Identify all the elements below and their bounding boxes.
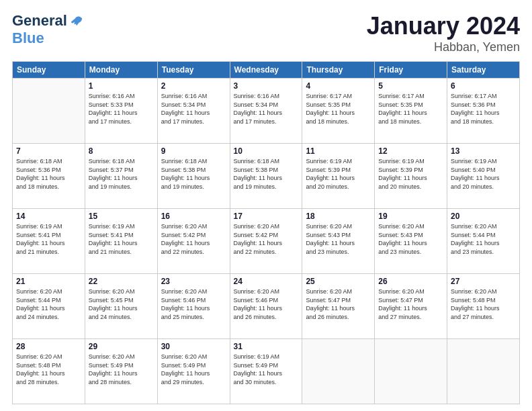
table-row: 22Sunrise: 6:20 AMSunset: 5:45 PMDayligh… (85, 274, 157, 339)
day-number: 11 (306, 146, 371, 156)
day-number: 16 (161, 212, 226, 221)
table-row: 18Sunrise: 6:20 AMSunset: 5:43 PMDayligh… (302, 209, 375, 274)
day-info-line: Sunrise: 6:18 AM (89, 157, 154, 166)
day-info-line: and 30 minutes. (234, 378, 299, 387)
day-info-line: Sunrise: 6:19 AM (16, 222, 81, 231)
day-info-line: and 19 minutes. (234, 183, 299, 191)
table-row: 3Sunrise: 6:16 AMSunset: 5:34 PMDaylight… (230, 79, 302, 144)
day-info-line: Sunrise: 6:20 AM (16, 353, 81, 361)
day-info-line: Sunrise: 6:20 AM (451, 287, 516, 296)
day-info-line: Daylight: 11 hours (234, 304, 299, 313)
day-info-line: Sunrise: 6:20 AM (89, 353, 154, 361)
col-thursday: Thursday (302, 62, 375, 79)
table-row: 19Sunrise: 6:20 AMSunset: 5:43 PMDayligh… (375, 209, 447, 274)
day-number: 25 (306, 277, 371, 286)
day-number: 3 (234, 81, 299, 91)
table-row: 31Sunrise: 6:19 AMSunset: 5:49 PMDayligh… (230, 339, 302, 404)
calendar-week-4: 21Sunrise: 6:20 AMSunset: 5:44 PMDayligh… (13, 274, 520, 339)
calendar-header-row: Sunday Monday Tuesday Wednesday Thursday… (13, 62, 520, 79)
day-info-line: Sunrise: 6:16 AM (161, 92, 226, 101)
day-info-line: Sunset: 5:47 PM (378, 296, 443, 305)
day-number: 9 (161, 146, 226, 156)
table-row: 8Sunrise: 6:18 AMSunset: 5:37 PMDaylight… (85, 144, 157, 209)
day-number: 31 (234, 342, 299, 351)
calendar-week-5: 28Sunrise: 6:20 AMSunset: 5:48 PMDayligh… (13, 339, 520, 404)
day-info-line: and 24 minutes. (16, 313, 81, 322)
day-info-line: Sunrise: 6:20 AM (378, 222, 443, 231)
day-info-line: Sunrise: 6:16 AM (234, 92, 299, 101)
day-info-line: Sunrise: 6:16 AM (89, 92, 154, 101)
day-info-line: Sunrise: 6:17 AM (306, 92, 371, 101)
day-info-line: Daylight: 11 hours (89, 109, 154, 118)
day-info-line: Sunrise: 6:17 AM (378, 92, 443, 101)
day-info-line: and 19 minutes. (161, 183, 226, 191)
table-row: 5Sunrise: 6:17 AMSunset: 5:35 PMDaylight… (375, 79, 447, 144)
col-saturday: Saturday (447, 62, 520, 79)
day-info-line: Sunset: 5:44 PM (16, 296, 81, 305)
table-row: 10Sunrise: 6:18 AMSunset: 5:38 PMDayligh… (230, 144, 302, 209)
day-info-line: Daylight: 11 hours (234, 174, 299, 183)
day-info-line: Sunrise: 6:19 AM (306, 157, 371, 166)
day-info-line: Daylight: 11 hours (378, 174, 443, 183)
day-info-line: Daylight: 11 hours (234, 369, 299, 378)
day-info-line: and 26 minutes. (306, 313, 371, 322)
day-info-line: Sunrise: 6:20 AM (161, 222, 226, 231)
day-info-line: Daylight: 11 hours (16, 304, 81, 313)
table-row: 25Sunrise: 6:20 AMSunset: 5:47 PMDayligh… (302, 274, 375, 339)
day-info-line: and 17 minutes. (161, 118, 226, 126)
day-info-line: Sunrise: 6:20 AM (451, 222, 516, 231)
day-info-line: Sunrise: 6:20 AM (89, 287, 154, 296)
day-info-line: and 19 minutes. (89, 183, 154, 191)
day-info-line: and 20 minutes. (378, 183, 443, 191)
day-number: 20 (451, 212, 516, 221)
day-info-line: Sunset: 5:41 PM (89, 231, 154, 240)
day-info-line: Sunset: 5:38 PM (234, 166, 299, 175)
day-info-line: Sunrise: 6:20 AM (234, 222, 299, 231)
day-info-line: and 20 minutes. (451, 183, 516, 191)
day-info-line: Sunset: 5:40 PM (451, 166, 516, 175)
day-info-line: Sunset: 5:46 PM (234, 296, 299, 305)
day-info-line: and 27 minutes. (378, 313, 443, 322)
day-info-line: Sunrise: 6:19 AM (89, 222, 154, 231)
day-info-line: and 23 minutes. (306, 248, 371, 257)
day-number: 15 (89, 212, 154, 221)
day-info-line: Sunrise: 6:20 AM (378, 287, 443, 296)
day-info-line: and 18 minutes. (451, 118, 516, 126)
day-info-line: Sunset: 5:35 PM (378, 101, 443, 109)
col-sunday: Sunday (13, 62, 85, 79)
day-info-line: Daylight: 11 hours (89, 304, 154, 313)
day-info-line: Sunset: 5:49 PM (89, 361, 154, 370)
day-info-line: Daylight: 11 hours (306, 109, 371, 118)
day-info-line: Sunset: 5:39 PM (306, 166, 371, 175)
day-info-line: Sunrise: 6:20 AM (161, 353, 226, 361)
day-info-line: and 22 minutes. (161, 248, 226, 257)
day-info-line: Sunrise: 6:19 AM (378, 157, 443, 166)
day-number: 14 (16, 212, 81, 221)
day-info-line: Sunset: 5:35 PM (306, 101, 371, 109)
day-number: 26 (378, 277, 443, 286)
day-info-line: Daylight: 11 hours (89, 239, 154, 248)
month-title: January 2024 (367, 12, 520, 40)
day-info-line: Sunset: 5:43 PM (378, 231, 443, 240)
day-info-line: Daylight: 11 hours (161, 304, 226, 313)
day-info-line: Sunrise: 6:18 AM (234, 157, 299, 166)
day-info-line: and 17 minutes. (89, 118, 154, 126)
logo: General Blue (12, 12, 83, 47)
table-row: 23Sunrise: 6:20 AMSunset: 5:46 PMDayligh… (157, 274, 230, 339)
day-number: 6 (451, 81, 516, 91)
col-wednesday: Wednesday (230, 62, 302, 79)
day-info-line: and 27 minutes. (451, 313, 516, 322)
day-number: 10 (234, 146, 299, 156)
title-section: January 2024 Habban, Yemen (367, 12, 520, 54)
day-info-line: Daylight: 11 hours (306, 239, 371, 248)
day-info-line: and 23 minutes. (378, 248, 443, 257)
day-info-line: Daylight: 11 hours (161, 369, 226, 378)
day-number: 27 (451, 277, 516, 286)
table-row (302, 339, 375, 404)
table-row: 21Sunrise: 6:20 AMSunset: 5:44 PMDayligh… (13, 274, 85, 339)
day-info-line: and 28 minutes. (89, 378, 154, 387)
day-info-line: and 25 minutes. (161, 313, 226, 322)
table-row: 2Sunrise: 6:16 AMSunset: 5:34 PMDaylight… (157, 79, 230, 144)
table-row (375, 339, 447, 404)
day-number: 28 (16, 342, 81, 351)
